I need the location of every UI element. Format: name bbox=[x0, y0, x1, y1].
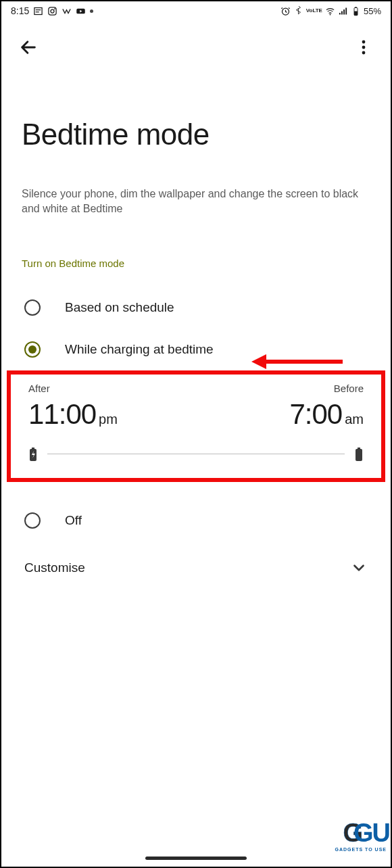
instagram-icon bbox=[47, 6, 57, 16]
overflow-dot-icon bbox=[90, 9, 93, 13]
radio-button-icon bbox=[24, 299, 41, 316]
youtube-icon bbox=[76, 6, 86, 16]
slider-track bbox=[47, 454, 345, 454]
alarm-icon bbox=[280, 6, 291, 16]
after-ampm: pm bbox=[99, 412, 118, 427]
svg-point-14 bbox=[362, 51, 366, 55]
status-right: VoLTE 55% bbox=[280, 6, 381, 16]
radio-group: Based on schedule While charging at bedt… bbox=[22, 287, 370, 370]
svg-point-5 bbox=[54, 8, 55, 9]
svg-rect-11 bbox=[355, 7, 357, 7]
app-icon-1 bbox=[33, 6, 43, 16]
time-slider[interactable] bbox=[28, 447, 364, 462]
before-time-block[interactable]: Before 7:00am bbox=[289, 383, 364, 431]
chevron-down-icon bbox=[350, 559, 368, 577]
svg-point-8 bbox=[330, 14, 331, 15]
app-bar bbox=[1, 18, 391, 64]
svg-rect-0 bbox=[34, 7, 42, 14]
after-time-block[interactable]: After 11:00pm bbox=[28, 383, 118, 431]
status-left: 8:15 bbox=[11, 5, 93, 16]
watermark-tagline: GADGETS TO USE bbox=[335, 847, 387, 852]
status-time: 8:15 bbox=[11, 5, 29, 16]
time-panel: After 11:00pm Before 7:00am bbox=[7, 370, 385, 482]
customise-row[interactable]: Customise bbox=[22, 541, 370, 594]
radio-charging[interactable]: While charging at bedtime bbox=[22, 329, 370, 370]
battery-charging-icon bbox=[28, 447, 38, 462]
svg-rect-10 bbox=[354, 11, 358, 15]
status-bar: 8:15 VoLTE 55% bbox=[1, 1, 391, 18]
radio-group-cont: Off bbox=[22, 500, 370, 541]
battery-percent: 55% bbox=[364, 6, 381, 16]
app-icon-3 bbox=[62, 6, 72, 16]
time-row: After 11:00pm Before 7:00am bbox=[28, 383, 364, 431]
after-time-value: 11:00 bbox=[28, 398, 96, 430]
arrow-back-icon bbox=[19, 38, 38, 57]
radio-schedule-label: Based on schedule bbox=[65, 300, 174, 315]
before-ampm: am bbox=[345, 412, 364, 427]
svg-rect-18 bbox=[358, 448, 360, 449]
before-time-value: 7:00 bbox=[289, 398, 342, 430]
customise-label: Customise bbox=[24, 560, 85, 575]
radio-off-label: Off bbox=[65, 513, 82, 528]
bluetooth-icon bbox=[293, 6, 303, 16]
gesture-bar[interactable] bbox=[145, 857, 247, 860]
battery-icon bbox=[351, 6, 361, 16]
watermark-logo: GGU bbox=[343, 819, 389, 848]
page-title: Bedtime mode bbox=[22, 118, 370, 151]
svg-point-12 bbox=[362, 41, 366, 44]
before-label: Before bbox=[289, 383, 364, 394]
wm-g1: G bbox=[353, 819, 372, 847]
after-label: After bbox=[28, 383, 118, 394]
radio-button-selected-icon bbox=[24, 341, 41, 358]
signal-icon bbox=[338, 6, 348, 16]
wifi-icon bbox=[325, 6, 335, 16]
more-options-button[interactable] bbox=[353, 37, 374, 58]
battery-full-icon bbox=[354, 447, 364, 462]
radio-charging-label: While charging at bedtime bbox=[65, 342, 214, 357]
more-vert-icon bbox=[362, 40, 366, 55]
svg-rect-16 bbox=[32, 448, 34, 449]
page-subtitle: Silence your phone, dim the wallpaper an… bbox=[22, 187, 370, 217]
svg-point-13 bbox=[362, 46, 366, 49]
radio-schedule[interactable]: Based on schedule bbox=[22, 287, 370, 329]
radio-off[interactable]: Off bbox=[22, 500, 370, 541]
section-title: Turn on Bedtime mode bbox=[22, 258, 370, 269]
back-button[interactable] bbox=[18, 37, 39, 58]
radio-button-icon bbox=[24, 512, 41, 529]
svg-point-4 bbox=[51, 9, 54, 13]
network-type: VoLTE bbox=[306, 8, 322, 13]
wm-u: U bbox=[372, 819, 389, 847]
svg-rect-17 bbox=[356, 449, 362, 461]
